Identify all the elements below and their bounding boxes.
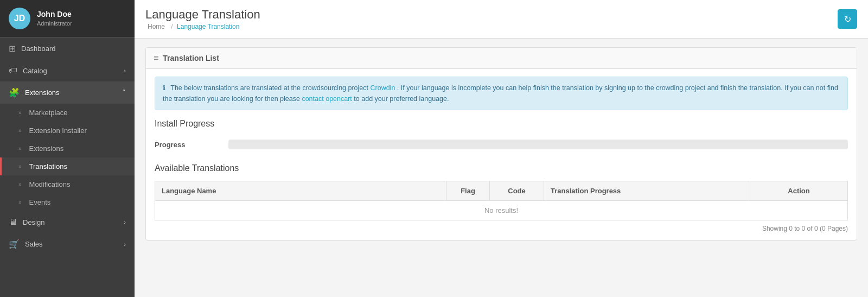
sidebar: JD John Doe Administrator ⊞ Dashboard 🏷 … bbox=[0, 0, 135, 297]
page-header: Language Translation Home / Language Tra… bbox=[135, 0, 868, 39]
sidebar-sub-label: Marketplace bbox=[29, 109, 68, 117]
sidebar-item-marketplace[interactable]: » Marketplace bbox=[0, 104, 135, 122]
dashboard-icon: ⊞ bbox=[9, 43, 16, 54]
info-icon: ℹ bbox=[163, 84, 165, 92]
col-translation-progress: Translation Progress bbox=[544, 181, 750, 201]
sidebar-item-label: Catalog bbox=[23, 67, 47, 75]
page-title: Language Translation bbox=[145, 8, 260, 22]
extensions-icon: 🧩 bbox=[9, 87, 20, 98]
sidebar-item-label: Sales bbox=[25, 240, 43, 248]
refresh-icon: ↻ bbox=[844, 14, 851, 24]
translation-panel: ≡ Translation List ℹ The below translati… bbox=[145, 47, 857, 241]
col-language-name: Language Name bbox=[155, 181, 446, 201]
sidebar-item-extensions-sub[interactable]: » Extensions bbox=[0, 140, 135, 157]
sub-arrow-icon: » bbox=[18, 128, 22, 134]
sidebar-item-design[interactable]: 🖥 Design › bbox=[0, 211, 135, 233]
user-name: John Doe bbox=[37, 9, 72, 20]
breadcrumb-separator: / bbox=[171, 23, 173, 30]
sub-arrow-icon: » bbox=[18, 181, 22, 187]
header-left: Language Translation Home / Language Tra… bbox=[145, 8, 260, 30]
contact-opencart-link[interactable]: contact opencart bbox=[302, 95, 352, 103]
sidebar-item-catalog[interactable]: 🏷 Catalog › bbox=[0, 60, 135, 81]
sidebar-sub-label: Extensions bbox=[29, 144, 64, 153]
sidebar-item-label: Extensions bbox=[25, 89, 60, 97]
available-translations-title: Available Translations bbox=[155, 163, 848, 173]
sidebar-item-extensions[interactable]: 🧩 Extensions ˅ bbox=[0, 81, 135, 104]
translations-table: Language Name Flag Code Translation Prog… bbox=[155, 181, 848, 220]
user-profile[interactable]: JD John Doe Administrator bbox=[0, 0, 135, 37]
col-action: Action bbox=[750, 181, 848, 201]
pagination-info: Showing 0 to 0 of 0 (0 Pages) bbox=[155, 220, 848, 232]
crowdin-link[interactable]: Crowdin bbox=[371, 84, 395, 92]
sidebar-item-events[interactable]: » Events bbox=[0, 193, 135, 211]
sidebar-item-extension-installer[interactable]: » Extension Installer bbox=[0, 122, 135, 140]
breadcrumb-home[interactable]: Home bbox=[148, 23, 165, 30]
progress-row: Progress bbox=[155, 136, 848, 153]
chevron-right-icon: › bbox=[124, 67, 126, 74]
table-body: No results! bbox=[155, 201, 848, 220]
sub-arrow-icon: » bbox=[18, 146, 22, 151]
alert-text-start: The below translations are translated at… bbox=[170, 84, 370, 92]
user-info: John Doe Administrator bbox=[37, 9, 72, 28]
refresh-button[interactable]: ↻ bbox=[838, 9, 857, 29]
panel-heading-label: Translation List bbox=[163, 54, 219, 62]
user-role: Administrator bbox=[37, 20, 72, 28]
sidebar-sub-label: Events bbox=[29, 198, 51, 206]
sub-arrow-icon: » bbox=[18, 110, 22, 116]
no-results-row: No results! bbox=[155, 201, 848, 220]
list-icon: ≡ bbox=[154, 53, 158, 63]
sidebar-sub-label: Extension Installer bbox=[29, 127, 87, 135]
sidebar-item-dashboard[interactable]: ⊞ Dashboard bbox=[0, 37, 135, 60]
breadcrumb: Home / Language Translation bbox=[145, 23, 260, 30]
panel-heading: ≡ Translation List bbox=[146, 48, 857, 69]
chevron-right-icon: › bbox=[124, 241, 126, 248]
content-area: ≡ Translation List ℹ The below translati… bbox=[135, 39, 868, 297]
sidebar-item-modifications[interactable]: » Modifications bbox=[0, 175, 135, 193]
panel-body: ℹ The below translations are translated … bbox=[146, 69, 857, 240]
sidebar-item-label: Dashboard bbox=[21, 45, 56, 53]
available-translations-section: Available Translations Language Name Fla… bbox=[155, 163, 848, 232]
sidebar-item-translations[interactable]: » Translations bbox=[0, 157, 135, 175]
catalog-icon: 🏷 bbox=[9, 66, 17, 75]
main-content: Language Translation Home / Language Tra… bbox=[135, 0, 868, 297]
avatar: JD bbox=[9, 8, 30, 29]
progress-label: Progress bbox=[155, 141, 220, 149]
sidebar-sub-label: Modifications bbox=[29, 180, 71, 188]
alert-text-end: to add your preferred language. bbox=[354, 95, 449, 103]
no-results-cell: No results! bbox=[155, 201, 848, 220]
sales-icon: 🛒 bbox=[9, 239, 20, 249]
design-icon: 🖥 bbox=[9, 217, 17, 227]
progress-bar-container bbox=[228, 140, 848, 149]
col-flag: Flag bbox=[446, 181, 490, 201]
breadcrumb-current[interactable]: Language Translation bbox=[177, 23, 239, 30]
sub-arrow-icon: » bbox=[18, 199, 22, 205]
sidebar-item-sales[interactable]: 🛒 Sales › bbox=[0, 233, 135, 255]
sub-arrow-icon: » bbox=[18, 163, 22, 169]
col-code: Code bbox=[490, 181, 544, 201]
install-progress-title: Install Progress bbox=[155, 119, 848, 129]
install-progress-section: Install Progress Progress bbox=[155, 119, 848, 153]
chevron-down-icon: ˅ bbox=[123, 89, 126, 96]
sidebar-item-label: Design bbox=[23, 218, 44, 226]
chevron-right-icon: › bbox=[124, 219, 126, 225]
table-header: Language Name Flag Code Translation Prog… bbox=[155, 181, 848, 201]
info-alert: ℹ The below translations are translated … bbox=[155, 77, 848, 110]
sidebar-sub-label: Translations bbox=[29, 162, 67, 170]
